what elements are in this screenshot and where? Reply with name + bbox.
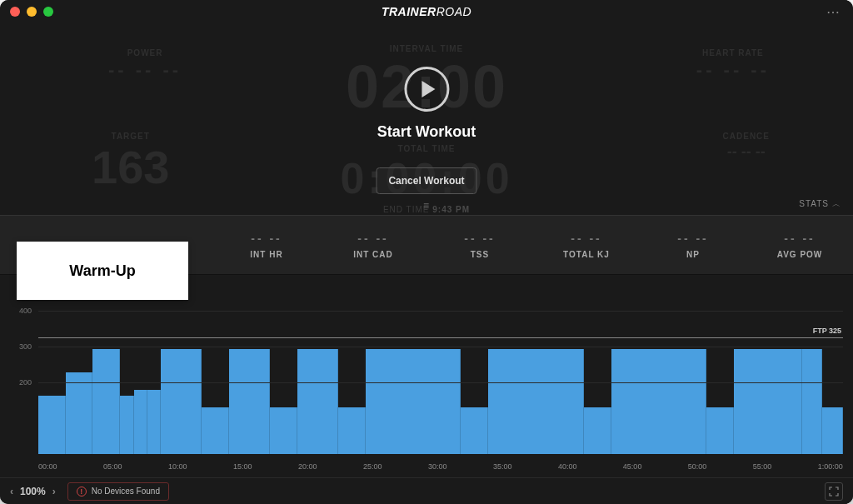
interval-bar[interactable]	[38, 396, 66, 454]
metric-heartrate: HEART RATE -- -- --	[696, 48, 770, 79]
interval-bar[interactable]	[611, 349, 707, 454]
xtick: 15:00	[233, 462, 252, 471]
stat-label: INT HR	[250, 250, 282, 259]
metrics-area: POWER -- -- -- INTERVAL TIME 02:00 HEART…	[0, 23, 853, 219]
interval-bar[interactable]	[202, 407, 229, 454]
start-overlay: Start Workout Cancel Workout	[376, 67, 476, 194]
stat-value: -- --	[251, 232, 282, 245]
stat-value: -- --	[464, 232, 496, 245]
footer: ‹ 100% › ! No Devices Found	[0, 477, 853, 504]
metric-cadence: CADENCE -- -- --	[723, 132, 770, 159]
stat-cell: -- --NP	[640, 216, 746, 274]
interval-bar[interactable]	[734, 349, 802, 454]
xtick: 55:00	[753, 462, 772, 471]
interval-bar[interactable]	[297, 349, 338, 454]
xtick: 10:00	[168, 462, 187, 471]
play-button[interactable]	[404, 67, 449, 112]
fullscreen-icon	[829, 487, 839, 497]
more-menu-icon[interactable]: ⋯	[826, 4, 841, 20]
gridline	[38, 382, 843, 383]
metric-cadence-label: CADENCE	[723, 132, 770, 141]
warning-icon: !	[77, 487, 87, 497]
xtick: 00:00	[38, 462, 57, 471]
metric-target-label: TARGET	[92, 132, 169, 141]
interval-bar[interactable]	[270, 407, 297, 454]
stat-value: -- --	[784, 232, 816, 245]
interval-bar[interactable]	[229, 349, 270, 454]
gridline	[38, 347, 843, 347]
stat-label: NP	[686, 250, 700, 259]
zoom-control: ‹ 100% ›	[10, 486, 56, 497]
maximize-icon[interactable]	[43, 7, 53, 17]
stat-value: -- --	[571, 232, 602, 245]
interval-bar[interactable]	[66, 372, 93, 454]
app-window: TRAINERROAD ⋯ POWER -- -- -- INTERVAL TI…	[0, 0, 853, 504]
device-status-badge[interactable]: ! No Devices Found	[67, 482, 169, 501]
device-status-text: No Devices Found	[92, 487, 160, 496]
interval-bar[interactable]	[134, 390, 147, 454]
chart-bars	[38, 275, 843, 454]
play-icon	[422, 81, 435, 97]
interval-bar[interactable]	[338, 407, 366, 454]
metric-interval-label: INTERVAL TIME	[346, 44, 507, 53]
start-workout-label: Start Workout	[376, 123, 476, 141]
interval-bar[interactable]	[366, 349, 461, 454]
stat-cell: -- --TSS	[426, 216, 533, 274]
workout-chart[interactable]: 200300400 FTP 325 00:0005:0010:0015:0020…	[0, 275, 853, 477]
close-icon[interactable]	[10, 7, 20, 17]
stats-toggle[interactable]: STATS︿	[799, 198, 841, 210]
titlebar: TRAINERROAD ⋯	[0, 0, 853, 23]
metric-target: TARGET 163	[92, 132, 169, 191]
xtick: 30:00	[428, 462, 447, 471]
stat-label: AVG POW	[777, 250, 823, 259]
ftp-label: FTP 325	[813, 327, 841, 335]
fullscreen-button[interactable]	[825, 482, 843, 501]
metric-cadence-value: -- -- --	[723, 144, 770, 159]
interval-bar[interactable]	[822, 407, 843, 454]
zoom-value: 100%	[20, 486, 46, 497]
zoom-in-button[interactable]: ›	[52, 486, 56, 497]
xtick: 25:00	[363, 462, 382, 471]
stat-cell: -- --INT CAD	[320, 216, 426, 274]
interval-bar[interactable]	[584, 407, 611, 454]
metric-power: POWER -- -- --	[108, 48, 182, 79]
window-controls	[10, 7, 53, 17]
xtick: 05:00	[103, 462, 122, 471]
interval-bar[interactable]	[461, 407, 488, 454]
xtick: 50:00	[688, 462, 707, 471]
ytick: 200	[19, 378, 32, 387]
xtick: 1:00:00	[818, 462, 843, 471]
interval-bar[interactable]	[161, 349, 202, 454]
minimize-icon[interactable]	[27, 7, 37, 17]
stat-label: INT CAD	[353, 250, 393, 259]
stat-cell: -- --AVG POW	[746, 216, 853, 274]
brand-logo: TRAINERROAD	[382, 5, 471, 18]
ytick: 400	[19, 307, 32, 315]
interval-bar[interactable]	[92, 349, 120, 454]
interval-tooltip: Warm-Up	[17, 242, 188, 300]
interval-bar[interactable]	[488, 349, 584, 454]
interval-bar[interactable]	[802, 349, 823, 454]
ftp-line	[38, 337, 843, 338]
stat-value: -- --	[677, 232, 709, 245]
xtick: 40:00	[558, 462, 577, 471]
stat-value: -- --	[357, 232, 389, 245]
gridline	[38, 311, 843, 312]
interval-bar[interactable]	[706, 407, 734, 454]
xtick: 35:00	[493, 462, 512, 471]
stat-cell: -- --INT HR	[213, 216, 320, 274]
interval-bar[interactable]	[147, 390, 161, 454]
metric-power-value: -- -- --	[108, 61, 182, 79]
interval-bar[interactable]	[120, 396, 133, 454]
stat-label: TSS	[471, 250, 489, 259]
xtick: 45:00	[623, 462, 642, 471]
xtick: 20:00	[298, 462, 317, 471]
chevron-up-icon: ︿	[832, 199, 841, 208]
cancel-workout-button[interactable]: Cancel Workout	[376, 167, 476, 194]
stat-label: TOTAL KJ	[563, 250, 610, 259]
resize-grip-icon[interactable]: ≡	[423, 200, 430, 212]
zoom-out-button[interactable]: ‹	[10, 486, 13, 497]
chart-yaxis: 200300400	[0, 275, 37, 454]
stat-cell: -- --TOTAL KJ	[533, 216, 640, 274]
chart-xaxis: 00:0005:0010:0015:0020:0025:0030:0035:00…	[38, 462, 843, 471]
